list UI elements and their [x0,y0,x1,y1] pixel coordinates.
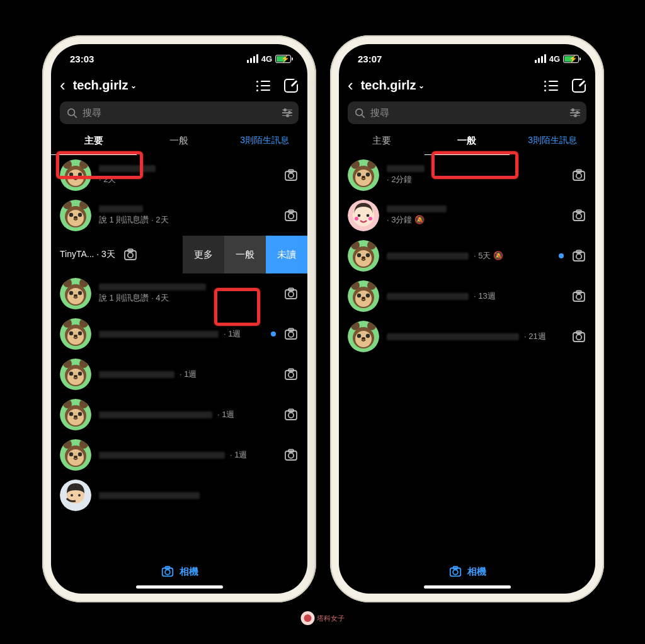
highlight-tab-primary [56,151,143,179]
highlight-swipe-general [214,288,260,326]
dm-name-blurred [99,492,200,499]
dm-meta: · 13週 [474,290,496,302]
filter-icon[interactable] [282,110,292,117]
dm-name-blurred [387,253,469,260]
nav-header: ‹ tech.girlz ⌄ [51,73,307,99]
dm-meta: · 1週 [180,369,197,380]
network-label: 4G [549,54,560,64]
username: tech.girlz [361,78,416,93]
camera-icon[interactable] [283,447,299,463]
list-view-icon[interactable] [256,78,271,93]
compose-icon[interactable] [571,78,586,93]
signal-icon [535,54,546,63]
search-placeholder: 搜尋 [370,107,389,119]
home-indicator [424,585,511,589]
unread-dot [559,253,564,258]
swipe-more[interactable]: 更多 [183,236,224,273]
dm-row[interactable] [51,475,307,515]
avatar[interactable] [348,280,379,312]
chevron-down-icon: ⌄ [418,81,425,90]
network-label: 4G [261,54,272,64]
avatar[interactable] [60,318,91,350]
camera-icon[interactable] [571,248,586,263]
search-icon [66,107,77,118]
dm-name-blurred [99,371,174,378]
dm-name-blurred [387,165,425,172]
avatar[interactable] [348,159,379,191]
avatar[interactable] [60,278,91,309]
camera-icon[interactable] [283,168,299,183]
camera-icon[interactable] [283,367,299,382]
camera-icon[interactable] [123,247,138,262]
search-placeholder: 搜尋 [83,107,101,119]
username: tech.girlz [73,78,128,93]
avatar[interactable] [348,200,379,231]
dm-row[interactable]: 說 1 則訊息讚 · 4天 [51,273,307,314]
camera-icon[interactable] [283,208,299,223]
dm-meta: · 1週 [230,449,247,461]
dm-list[interactable]: · 2天說 1 則訊息讚 · 2天TinyTA... · 3天更多一般未讀說 1… [51,155,307,515]
watermark: 塔科女子 [301,611,345,625]
dm-preview: 說 1 則訊息讚 · 2天 [99,214,276,226]
camera-icon[interactable] [571,208,586,223]
dm-name-blurred [99,284,206,290]
search-input[interactable]: 搜尋 [60,101,299,124]
back-icon[interactable]: ‹ [345,76,356,95]
camera-icon[interactable] [283,286,299,301]
account-switcher[interactable]: tech.girlz ⌄ [361,78,539,93]
dm-row[interactable]: · 3分鐘 🔕 [339,195,595,236]
tab-general[interactable]: 一般 [137,129,222,155]
camera-icon[interactable] [283,326,299,342]
battery-icon: ⚡ [275,55,291,63]
dm-preview: · 3分鐘 🔕 [387,214,564,226]
dm-row-swiped[interactable]: TinyTA... · 3天更多一般未讀 [51,236,307,273]
tab-requests[interactable]: 3則陌生訊息 [510,129,595,155]
chevron-down-icon: ⌄ [130,81,137,90]
dm-row[interactable]: · 21週 [339,316,595,357]
compose-icon[interactable] [283,78,299,93]
avatar[interactable] [60,439,91,471]
dm-row[interactable]: · 1週 [51,354,307,394]
dm-row[interactable]: 說 1 則訊息讚 · 2天 [51,195,307,236]
dm-name-blurred [387,333,519,340]
search-icon [354,107,365,118]
dm-name-blurred [99,411,212,418]
avatar[interactable] [348,321,379,352]
avatar[interactable] [60,399,91,430]
dm-row[interactable]: · 1週 [51,435,307,475]
dm-row[interactable]: · 13週 [339,276,595,316]
camera-icon[interactable] [571,168,586,183]
avatar[interactable] [60,200,91,231]
camera-icon[interactable] [571,289,586,304]
battery-icon: ⚡ [563,55,579,63]
dm-meta: · 1週 [217,409,234,420]
swipe-general[interactable]: 一般 [224,236,266,273]
watermark-icon [301,611,315,625]
dm-name-blurred [387,293,469,300]
list-view-icon[interactable] [544,78,559,93]
dm-name-blurred [99,205,143,212]
tab-requests[interactable]: 3則陌生訊息 [222,129,307,155]
dm-list[interactable]: · 2分鐘· 3分鐘 🔕· 5天 🔕· 13週· 21週 [339,155,595,357]
camera-icon[interactable] [283,407,299,422]
notch [408,44,527,63]
camera-icon[interactable] [571,329,586,344]
unread-dot [271,331,276,336]
camera-icon [161,565,174,578]
notch [120,44,239,63]
swipe-unread[interactable]: 未讀 [266,236,307,273]
avatar[interactable] [348,240,379,272]
home-indicator [136,585,223,589]
avatar[interactable] [60,480,91,511]
filter-icon[interactable] [570,110,580,117]
avatar[interactable] [60,359,91,390]
search-input[interactable]: 搜尋 [348,101,586,124]
camera-icon [448,565,462,578]
dm-row[interactable]: · 1週 [51,314,307,354]
tab-primary[interactable]: 主要 [339,129,425,155]
account-switcher[interactable]: tech.girlz ⌄ [73,78,251,93]
swipe-actions: 更多一般未讀 [183,236,307,273]
dm-row[interactable]: · 5天 🔕 [339,236,595,276]
back-icon[interactable]: ‹ [57,76,68,95]
dm-row[interactable]: · 1週 [51,394,307,435]
